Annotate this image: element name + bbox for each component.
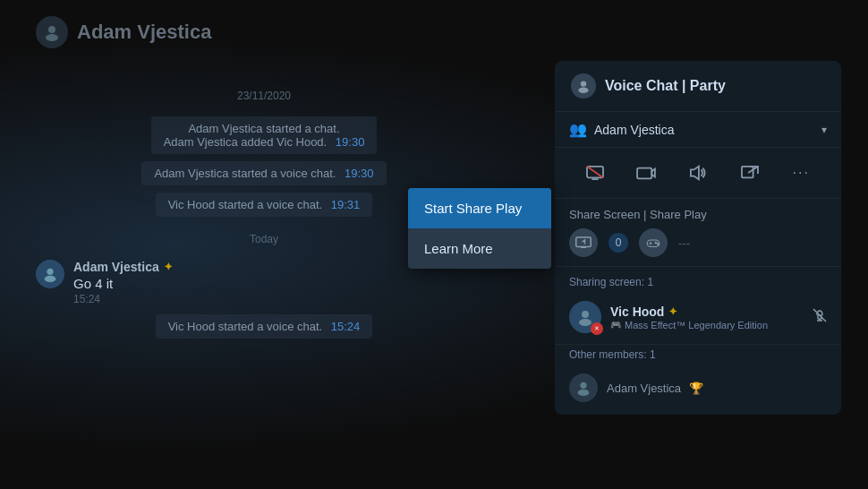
adam-other-avatar	[569, 373, 598, 402]
share-screen-count: 0	[608, 233, 628, 253]
chevron-down-icon: ▾	[821, 124, 827, 136]
system-message-3: Vic Hood started a voice chat. 19:31	[156, 193, 373, 217]
screen-off-button[interactable]	[579, 157, 611, 189]
svg-point-27	[580, 382, 586, 389]
message-text: Go 4 it	[73, 276, 173, 291]
party-selector-left: 👥 Adam Vjestica	[569, 121, 674, 138]
share-row: 0 ---	[569, 228, 827, 257]
controller-icon	[639, 228, 668, 257]
other-members-label: Other members: 1	[569, 348, 827, 361]
system-message-1: Adam Vjestica started a chat.Adam Vjesti…	[151, 116, 378, 154]
chat-area: 23/11/2020 Adam Vjestica started a chat.…	[0, 72, 528, 489]
system-message-4: Vic Hood started a voice chat. 15:24	[156, 314, 373, 339]
adam-other-member-row: Adam Vjestica 🏆	[569, 368, 827, 408]
svg-point-28	[578, 390, 590, 396]
other-members-section: Other members: 1 Adam Vjestica 🏆	[555, 344, 841, 415]
header-username: Adam Vjestica	[77, 21, 211, 44]
share-dashes: ---	[678, 236, 690, 250]
header-avatar	[36, 16, 68, 48]
party-member-name: Adam Vjestica	[594, 123, 674, 137]
right-panel: Voice Chat | Party 👥 Adam Vjestica ▾	[555, 61, 841, 415]
svg-point-0	[48, 26, 55, 33]
svg-rect-14	[576, 237, 591, 247]
svg-rect-12	[742, 167, 753, 178]
svg-point-5	[578, 88, 588, 93]
learn-more-button[interactable]: Learn More	[408, 228, 551, 269]
dropdown-menu: Start Share Play Learn More	[408, 188, 551, 269]
share-screen-title: Share Screen | Share Play	[569, 208, 827, 221]
message-author: Adam Vjestica ✦	[73, 260, 173, 274]
vic-hood-name: Vic Hood ✦	[610, 305, 804, 319]
svg-point-2	[47, 269, 53, 275]
panel-header: Voice Chat | Party	[555, 61, 841, 112]
header: Adam Vjestica	[36, 16, 211, 48]
svg-point-4	[581, 81, 586, 86]
panel-title: Voice Chat | Party	[605, 78, 726, 94]
svg-marker-11	[691, 167, 699, 179]
svg-marker-10	[652, 169, 656, 177]
sharing-screen-label: Sharing screen: 1	[569, 276, 827, 288]
party-members-icon: 👥	[569, 121, 587, 138]
camera-button[interactable]	[630, 157, 662, 189]
more-options-button[interactable]: ···	[785, 157, 817, 189]
voice-chat-icon	[571, 73, 596, 99]
vic-hood-game: 🎮 Mass Effect™ Legendary Edition	[610, 320, 804, 330]
start-share-play-button[interactable]: Start Share Play	[408, 188, 551, 228]
message-time: 15:24	[73, 293, 173, 305]
svg-rect-9	[637, 168, 651, 179]
party-selector[interactable]: 👥 Adam Vjestica ▾	[555, 112, 841, 148]
plus-badge: ✦	[164, 261, 173, 273]
user-message-content: Adam Vjestica ✦ Go 4 it 15:24	[73, 260, 173, 305]
mic-off-icon: ✕	[591, 322, 603, 335]
sharing-screen-section: Sharing screen: 1 ✕ Vic Hood ✦ 🎮 Mass Ef…	[555, 267, 841, 344]
action-buttons-row: ···	[555, 148, 841, 199]
share-screen-icon	[569, 228, 598, 257]
svg-point-21	[582, 311, 589, 318]
vic-hood-avatar: ✕	[569, 301, 601, 333]
vic-hood-mute-button[interactable]	[813, 308, 827, 326]
date-divider: 23/11/2020	[36, 90, 492, 102]
svg-rect-24	[818, 315, 821, 319]
system-message-2: Adam Vjestica started a voice chat. 19:3…	[141, 161, 386, 185]
share-screen-section: Share Screen | Share Play 0 ---	[555, 199, 841, 267]
svg-point-19	[655, 242, 657, 244]
svg-point-20	[658, 244, 660, 245]
vic-hood-plus-badge: ✦	[668, 305, 677, 318]
svg-point-1	[46, 34, 58, 41]
share-button[interactable]	[734, 157, 766, 189]
svg-line-7	[587, 167, 603, 178]
vic-hood-info: Vic Hood ✦ 🎮 Mass Effect™ Legendary Edit…	[610, 305, 804, 330]
user-message-avatar	[36, 260, 64, 288]
vic-hood-member-row: ✕ Vic Hood ✦ 🎮 Mass Effect™ Legendary Ed…	[569, 296, 827, 339]
audio-button[interactable]	[682, 157, 714, 189]
svg-point-22	[579, 319, 591, 326]
adam-other-name: Adam Vjestica 🏆	[607, 382, 703, 395]
svg-point-3	[45, 276, 56, 282]
